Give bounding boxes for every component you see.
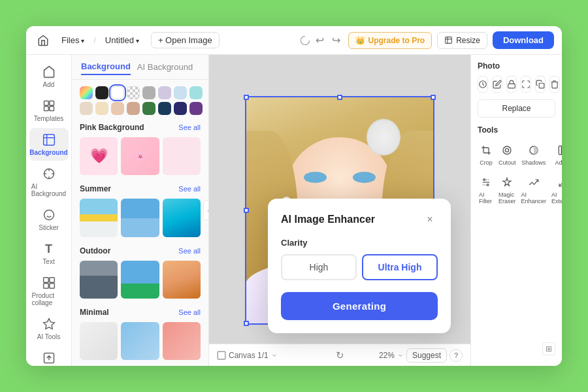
open-image-button[interactable]: + Open Image: [151, 32, 220, 48]
swatch-dark-blue[interactable]: [174, 102, 187, 115]
files-chevron-icon: [81, 35, 84, 45]
right-expand-button[interactable]: ⊞: [542, 342, 555, 355]
sidebar-item-templates[interactable]: Templates: [29, 94, 69, 127]
minimal-thumb-1[interactable]: [80, 322, 118, 360]
swatch-transparent[interactable]: [127, 86, 140, 99]
sidebar-item-background[interactable]: Background: [29, 128, 69, 161]
color-swatches: [80, 86, 201, 115]
sidebar-item-upload[interactable]: Upload: [29, 346, 69, 366]
tools-grid: Crop Cutout: [478, 140, 555, 208]
sidebar-item-product-collage[interactable]: Product collage: [29, 271, 69, 311]
right-sidebar: Photo: [470, 55, 562, 366]
replace-button[interactable]: Replace: [478, 99, 555, 118]
clarity-ultra-high-button[interactable]: Ultra High: [362, 254, 438, 280]
magic-eraser-icon: [500, 175, 514, 189]
tool-ai-enhancer[interactable]: AI Enhancer: [520, 172, 548, 208]
photo-action-delete[interactable]: [549, 76, 560, 93]
photo-action-1[interactable]: [478, 76, 488, 93]
crown-icon: 👑: [355, 36, 365, 45]
swatch-light-blue[interactable]: [174, 86, 187, 99]
summer-section-header: Summer See all: [80, 184, 201, 193]
outdoor-thumb-city[interactable]: [80, 261, 118, 299]
photo-action-duplicate[interactable]: [535, 76, 546, 93]
swatch-navy[interactable]: [158, 102, 171, 115]
panel-collapse-handle[interactable]: ‹: [203, 201, 209, 220]
svg-rect-12: [43, 284, 48, 289]
summer-see-all[interactable]: See all: [178, 185, 201, 193]
tool-ai-extender[interactable]: AI Extender: [550, 172, 562, 208]
zoom-chevron-icon[interactable]: [397, 352, 404, 359]
minimal-thumb-3[interactable]: [163, 322, 201, 360]
files-menu[interactable]: Files: [57, 33, 88, 47]
tool-ai-filter[interactable]: AI Filter: [478, 172, 495, 208]
topbar-separator: /: [93, 36, 95, 45]
photo-action-4[interactable]: [521, 76, 531, 93]
tab-background[interactable]: Background: [81, 61, 131, 75]
photo-action-2[interactable]: [492, 76, 502, 93]
summer-thumb-pool[interactable]: [163, 199, 201, 237]
tool-magic-eraser[interactable]: Magic Eraser: [497, 172, 517, 208]
sidebar-item-text[interactable]: T Text: [29, 237, 69, 270]
sidebar-item-ai-tools[interactable]: AI Tools: [29, 312, 69, 345]
clarity-high-button[interactable]: High: [281, 254, 357, 280]
undo-redo-group: ↩ ↪: [300, 31, 343, 49]
sidebar-item-ai-background[interactable]: AI Background: [29, 162, 69, 202]
minimal-thumb-2[interactable]: [121, 322, 159, 360]
modal-close-button[interactable]: ×: [422, 212, 438, 227]
swatch-purple[interactable]: [189, 102, 203, 115]
upgrade-button[interactable]: 👑 Upgrade to Pro: [348, 32, 433, 49]
refresh-icon[interactable]: ↻: [334, 350, 346, 361]
app-window: Files / Untitled + Open Image ↩ ↪ 👑 Upgr…: [26, 26, 562, 366]
tool-cutout[interactable]: Cutout: [497, 140, 517, 169]
help-button[interactable]: ?: [449, 349, 463, 362]
swatch-white[interactable]: [111, 86, 124, 99]
undo-button[interactable]: ↩: [313, 31, 327, 49]
tool-crop[interactable]: Crop: [478, 140, 495, 169]
svg-point-20: [506, 148, 509, 152]
gradient-swatch[interactable]: [80, 86, 93, 99]
swatch-warm1[interactable]: [80, 102, 93, 115]
add-icon: [42, 65, 56, 79]
photo-action-lock[interactable]: [506, 76, 517, 93]
swatch-lavender[interactable]: [158, 86, 171, 99]
swatch-black[interactable]: [95, 86, 108, 99]
canvas-area[interactable]: Canvas 1/1 ↻ 22% Suggest ?: [209, 55, 470, 366]
svg-rect-4: [49, 106, 54, 111]
redo-button[interactable]: ↪: [329, 31, 343, 49]
pink-see-all[interactable]: See all: [178, 123, 201, 131]
swatch-teal[interactable]: [189, 86, 203, 99]
swatch-warm3[interactable]: [111, 102, 124, 115]
sidebar-item-sticker[interactable]: Sticker: [29, 203, 69, 236]
swatch-warm2[interactable]: [95, 102, 108, 115]
tool-adjust[interactable]: Adjust: [550, 140, 562, 169]
outdoor-thumb-sky[interactable]: [121, 261, 159, 299]
swatch-warm4[interactable]: [127, 102, 140, 115]
pink-thumb-3[interactable]: [163, 137, 201, 175]
resize-button[interactable]: Resize: [437, 32, 487, 49]
pink-section-title: Pink Background: [80, 123, 144, 132]
summer-thumb-beach[interactable]: [80, 199, 118, 237]
outdoor-see-all[interactable]: See all: [178, 247, 201, 255]
untitled-menu[interactable]: Untitled: [101, 33, 143, 47]
pink-thumb-2[interactable]: 🌸: [121, 137, 159, 175]
pink-thumb-heart[interactable]: 💗: [80, 137, 118, 175]
svg-rect-11: [49, 278, 54, 283]
outdoor-thumb-desert[interactable]: [163, 261, 201, 299]
ai-filter-icon: [479, 175, 493, 189]
svg-rect-15: [218, 351, 225, 359]
summer-thumb-ocean[interactable]: [121, 199, 159, 237]
generate-button[interactable]: Generating: [281, 292, 438, 320]
minimal-bg-thumbs: [80, 322, 201, 360]
swatch-light-gray[interactable]: [142, 86, 155, 99]
sidebar-item-add[interactable]: Add: [29, 60, 69, 93]
tab-ai-background[interactable]: AI Background: [137, 62, 193, 74]
panel: Background AI Background: [72, 55, 209, 366]
swatch-green[interactable]: [142, 102, 155, 115]
minimal-see-all[interactable]: See all: [178, 308, 201, 316]
svg-rect-17: [508, 84, 515, 88]
tool-shadows[interactable]: Shadows: [520, 140, 548, 169]
clarity-label: Clarity: [281, 238, 438, 248]
suggest-button[interactable]: Suggest: [406, 348, 447, 363]
home-button[interactable]: [34, 31, 52, 50]
download-button[interactable]: Download: [493, 31, 554, 49]
